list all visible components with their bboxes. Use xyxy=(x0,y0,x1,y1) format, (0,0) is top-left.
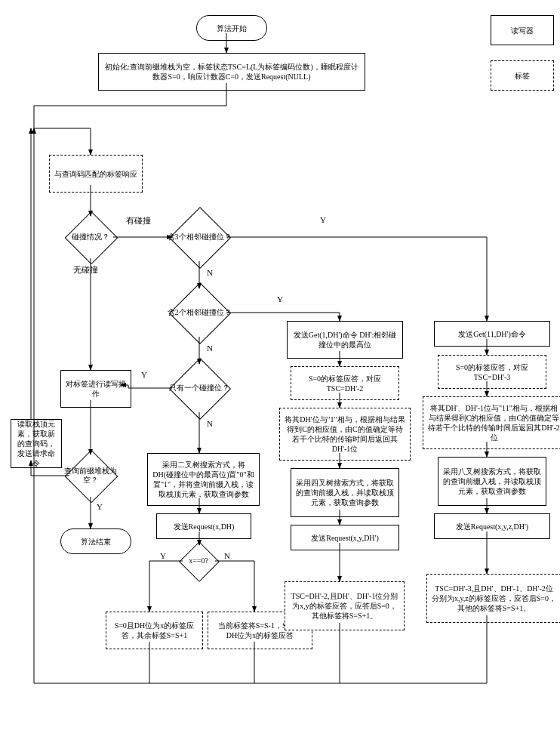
node-start: 算法开始 xyxy=(196,15,267,41)
diamond-3adj xyxy=(169,207,231,269)
node-xor2: 将其DH'位与"1"相与，根据相与结果得到C的相应值，由C的值确定等待若干个比特… xyxy=(279,408,411,461)
edge-x-n: N xyxy=(223,551,232,560)
node-resp2: S=0的标签应答，对应TSC=DH'-2 xyxy=(291,366,399,400)
diamond-1only xyxy=(169,358,231,420)
edge-stack-y: Y xyxy=(95,502,104,511)
node-binary: 采用二叉树搜索方式，将DH(碰撞位中的最高位)置"0"和置"1"，并将查询前缀入… xyxy=(147,453,260,506)
legend-reader: 读写器 xyxy=(491,15,554,45)
node-send-bin: 发送Request(x,DH) xyxy=(156,513,251,539)
edge-2adj-n: N xyxy=(205,344,214,353)
diamond-2adj xyxy=(169,282,231,344)
node-bin-y: S=0且DH位为x的标签应答，其余标签S=S+1 xyxy=(106,612,203,649)
node-oct: 采用八叉树搜索方式，将获取的查询前缀入栈，并读取栈顶元素，获取查询参数 xyxy=(438,457,546,506)
node-get3: 发送Get(11,DH')命令 xyxy=(434,321,550,347)
edge-x-y: Y xyxy=(158,551,168,560)
node-send-quad: 发送Request(x,y,DH') xyxy=(291,525,399,550)
diamond-collision xyxy=(65,211,118,265)
node-pop-send: 读取栈顶元素，获取新的查询码，发送请求命令 xyxy=(11,419,62,468)
edge-1only-y: Y xyxy=(140,370,149,379)
node-quad: 采用四叉树搜索方式，将获取的查询前缀入栈，并读取栈顶元素，获取查询参数 xyxy=(291,468,399,517)
edge-3adj-n: N xyxy=(205,268,214,277)
node-oct-resp: TSC=DH'-3,且DH'、DH'-1、DH'-2位分别为x,y,z的标签应答… xyxy=(426,574,560,623)
legend-tag: 标签 xyxy=(491,60,554,91)
node-init: 初始化:查询前缀堆栈为空，标签状态TSC=L(L为标签编码位数)，睡眠程度计数器… xyxy=(98,53,365,91)
node-get2: 发送Get(1,DH')命令 DH':相邻碰撞位中的最高位 xyxy=(287,321,403,359)
diamond-xeq0 xyxy=(179,541,220,582)
node-match: 与查询码匹配的标签响应 xyxy=(49,155,143,193)
node-xor3: 将其DH'、DH'-1位与"11"相与，根据相与结果得到C的相应值，由C的值确定… xyxy=(423,396,560,449)
node-quad-resp: TSC=DH'-2,且DH'、DH'-1位分别为x,y的标签应答，应答后S=0，… xyxy=(285,581,405,630)
node-readwrite: 对标签进行读写操作 xyxy=(60,370,131,408)
node-send-oct: 发送Request(x,y,z,DH') xyxy=(434,513,550,539)
node-resp3: S=0的标签应答，对应TSC=DH'-3 xyxy=(438,355,546,389)
node-end: 算法结束 xyxy=(60,528,131,554)
edge-2adj-y: Y xyxy=(275,294,285,304)
edge-3adj-y: Y xyxy=(318,215,328,224)
flowchart-canvas: 读写器 标签 算法开始 初始化:查询前缀堆栈为空，标签状态TSC=L(L为标签编… xyxy=(8,8,560,755)
edge-collision-y: 有碰撞 xyxy=(125,215,152,226)
edge-collision-n: 无碰撞 xyxy=(72,264,100,276)
diamond-stack xyxy=(65,450,118,504)
edge-1only-n: N xyxy=(205,419,214,428)
